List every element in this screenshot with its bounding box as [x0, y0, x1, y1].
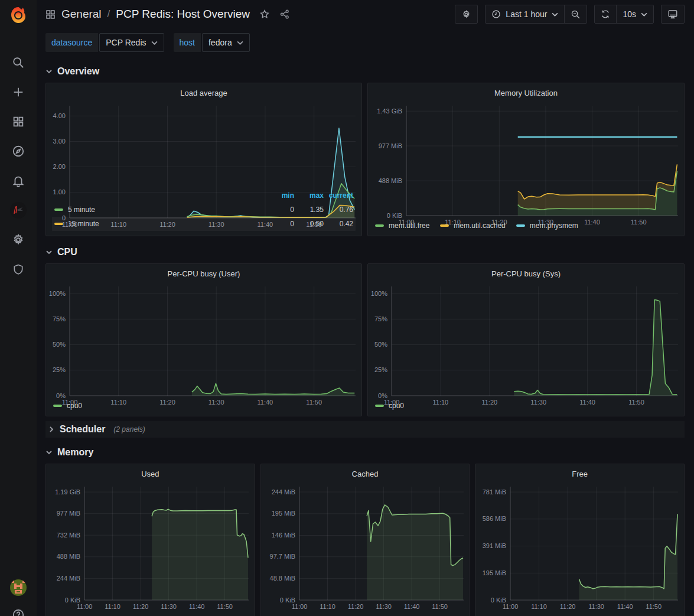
svg-text:11:50: 11:50 [646, 603, 662, 610]
legend-series-toggle[interactable]: mem.util.free [375, 221, 429, 230]
legend-stat-header[interactable]: max [294, 191, 324, 200]
alerting-bell-icon[interactable] [6, 172, 30, 189]
time-range-button[interactable]: Last 1 hour [486, 5, 564, 23]
panel-title[interactable]: Per-CPU busy (User) [46, 264, 361, 283]
svg-text:195 MiB: 195 MiB [271, 510, 295, 517]
panel-title[interactable]: Used [46, 464, 255, 483]
memory-free-chart[interactable]: 0 KiB195 MiB391 MiB586 MiB781 MiB11:0011… [475, 483, 684, 612]
memory-used-chart[interactable]: 0 KiB244 MiB488 MiB732 MiB977 MiB1.19 Gi… [46, 483, 255, 612]
host-variable-value[interactable]: fedora [202, 33, 250, 52]
legend-header-row: minmaxcurrent [52, 188, 356, 203]
panel-title[interactable]: Per-CPU busy (Sys) [368, 264, 684, 283]
create-plus-icon[interactable] [6, 84, 30, 100]
cpu-user-chart[interactable]: 0%25%50%75%100%11:0011:1011:2011:3011:40… [46, 283, 361, 399]
legend-series-toggle[interactable]: mem.util.cached [440, 221, 505, 230]
grafana-logo-icon[interactable] [0, 0, 37, 31]
legend-series-toggle[interactable]: mem.physmem [516, 221, 578, 230]
panel-title[interactable]: Load average [46, 83, 361, 102]
gear-icon [461, 9, 471, 19]
legend-series-toggle[interactable]: 5 minute [54, 206, 265, 214]
section-header-scheduler[interactable]: Scheduler (2 panels) [45, 421, 685, 438]
load-average-legend: minmaxcurrent5 minute01.350.7615 minute0… [46, 187, 361, 236]
section-header-overview[interactable]: Overview [45, 65, 685, 78]
cpu-user-legend: cpu0 [46, 399, 361, 416]
legend-stat-value: 1.35 [294, 206, 324, 214]
overview-row: Load average 01.002.003.004.0011:0011:10… [45, 83, 685, 236]
panel-title[interactable]: Cached [261, 464, 470, 483]
share-icon[interactable] [279, 9, 290, 19]
series-color-swatch [516, 224, 525, 227]
panel-load-average: Load average 01.002.003.004.0011:0011:10… [45, 83, 362, 236]
memory-utilization-chart[interactable]: 0 KiB488 MiB977 MiB1.43 GiB11:0011:1011:… [368, 102, 684, 219]
kiosk-mode-button[interactable] [662, 5, 684, 23]
legend-row: 5 minute01.350.76 [52, 203, 356, 217]
panel-title[interactable]: Memory Utilization [368, 83, 684, 102]
svg-text:11:40: 11:40 [617, 603, 633, 610]
svg-text:11:50: 11:50 [217, 603, 233, 610]
legend-stat-value: 0.50 [294, 220, 324, 228]
load-average-chart[interactable]: 01.002.003.004.0011:0011:1011:2011:3011:… [46, 102, 361, 187]
svg-text:977 MiB: 977 MiB [57, 510, 80, 517]
svg-text:11:00: 11:00 [503, 603, 519, 610]
datasource-variable-label: datasource [45, 33, 98, 52]
star-icon[interactable] [259, 9, 270, 19]
cpu-sys-chart[interactable]: 0%25%50%75%100%11:0011:1011:2011:3011:40… [368, 283, 684, 399]
explore-compass-icon[interactable] [6, 143, 30, 159]
memory-cached-chart[interactable]: 0 KiB48.8 MiB97.7 MiB146 MiB195 MiB244 M… [261, 483, 470, 612]
refresh-interval-button[interactable]: 10s [616, 5, 653, 23]
host-variable: host fedora [174, 33, 250, 52]
sidebar-icon-list [6, 54, 30, 278]
refresh-interval-label: 10s [623, 9, 636, 19]
clock-icon [491, 9, 501, 19]
series-color-swatch [375, 405, 384, 407]
svg-text:146 MiB: 146 MiB [271, 532, 295, 539]
refresh-button[interactable] [595, 5, 616, 23]
svg-text:488 MiB: 488 MiB [57, 553, 80, 560]
zoom-out-button[interactable] [564, 5, 587, 23]
svg-text:48.8 MiB: 48.8 MiB [269, 575, 295, 582]
panel-memory-cached: Cached 0 KiB48.8 MiB97.7 MiB146 MiB195 M… [260, 464, 470, 616]
chevron-down-icon [45, 250, 53, 255]
legend-series-toggle[interactable]: cpu0 [375, 402, 404, 410]
svg-text:1.43 GiB: 1.43 GiB [377, 107, 402, 115]
legend-series-toggle[interactable]: 15 minute [54, 220, 265, 228]
legend-stat-value: 0.76 [324, 206, 353, 214]
series-color-swatch [54, 208, 63, 211]
legend-stat-value: 0 [265, 206, 294, 214]
cpu-sys-legend: cpu0 [368, 399, 684, 416]
legend-stat-header[interactable]: current [324, 191, 353, 200]
svg-text:0 KiB: 0 KiB [387, 212, 402, 219]
chevron-down-icon [237, 41, 243, 45]
top-navbar: General / PCP Redis: Host Overview Last … [37, 0, 694, 28]
breadcrumb-folder[interactable]: General [61, 8, 102, 21]
section-title: Overview [57, 66, 99, 77]
chevron-down-icon [151, 41, 158, 45]
chevron-down-icon [641, 12, 647, 17]
section-header-memory[interactable]: Memory [45, 446, 685, 459]
datasource-variable: datasource PCP Redis [45, 33, 164, 52]
zoom-out-icon [571, 9, 581, 19]
svg-text:11:10: 11:10 [105, 603, 120, 610]
server-admin-shield-icon[interactable] [6, 261, 30, 278]
breadcrumb-separator: / [107, 8, 110, 20]
svg-text:100%: 100% [49, 290, 66, 297]
section-header-cpu[interactable]: CPU [45, 246, 685, 259]
datasource-variable-value[interactable]: PCP Redis [99, 33, 164, 52]
svg-text:97.7 MiB: 97.7 MiB [269, 553, 295, 560]
svg-text:50%: 50% [53, 341, 66, 348]
panel-title[interactable]: Free [475, 464, 684, 483]
dashboard-settings-button[interactable] [455, 5, 477, 23]
legend-stat-value: 0.42 [324, 220, 353, 228]
configuration-gear-icon[interactable] [6, 232, 30, 248]
panel-memory-used: Used 0 KiB244 MiB488 MiB732 MiB977 MiB1.… [45, 464, 255, 616]
svg-text:0%: 0% [56, 392, 66, 399]
legend-stat-header[interactable]: min [265, 191, 294, 200]
legend-series-toggle[interactable]: cpu0 [53, 402, 82, 410]
help-question-icon[interactable] [6, 607, 30, 616]
panel-per-cpu-busy-sys: Per-CPU busy (Sys) 0%25%50%75%100%11:001… [367, 263, 685, 416]
pcp-plugin-icon[interactable] [6, 202, 30, 219]
search-icon[interactable] [6, 54, 30, 71]
dashboards-grid-icon[interactable] [6, 113, 30, 130]
host-selected-value: fedora [208, 38, 232, 47]
user-avatar[interactable] [6, 579, 30, 596]
